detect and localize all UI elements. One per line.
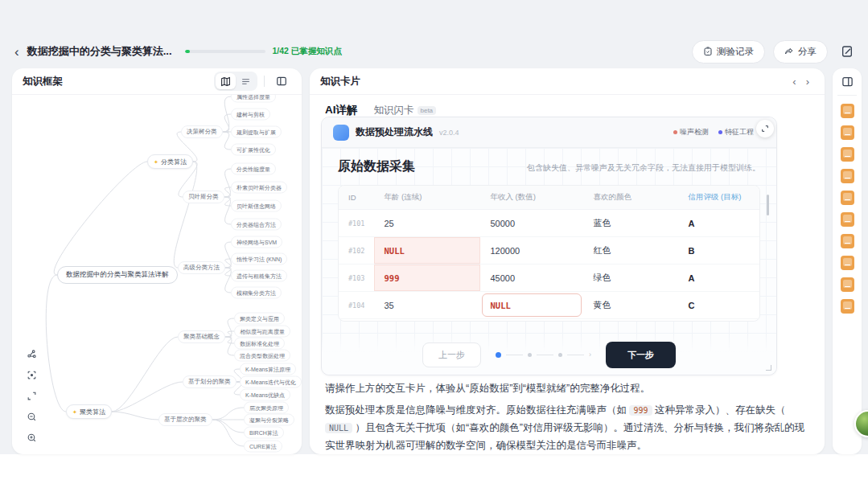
prev-card-button[interactable]: ‹ [788, 76, 800, 88]
mindmap-node-l21[interactable]: 凝聚与分裂策略 [244, 414, 294, 426]
share-button[interactable]: 分享 [773, 40, 828, 64]
note-doc-icon[interactable] [841, 234, 854, 248]
mindmap-node-p3[interactable]: 高级分类方法 [178, 261, 225, 274]
notebook-button[interactable] [841, 45, 854, 58]
expand-card-button[interactable] [756, 120, 774, 137]
tab-label: AI详解 [325, 103, 358, 117]
mindmap-node-l3[interactable]: 规则提取与扩展 [231, 126, 282, 138]
rail-toggle-button[interactable] [841, 76, 854, 88]
cell-value: 45000 [490, 273, 515, 283]
mindmap-node-p2[interactable]: 贝叶斯分类 [183, 191, 224, 203]
mindmap-node-l11[interactable]: 遗传与粗糙集方法 [231, 270, 287, 282]
note-doc-icon[interactable] [841, 125, 854, 140]
mindmap-node-l14[interactable]: 相似度与距离度量 [234, 326, 290, 338]
focus-button[interactable] [27, 370, 37, 380]
mindmap-node-l16[interactable]: 混合类型数据处理 [234, 350, 290, 362]
note-doc-icon[interactable] [841, 191, 854, 205]
note-doc-icon[interactable] [841, 299, 854, 314]
mindmap-node-l7[interactable]: 贝叶斯信念网络 [231, 200, 282, 212]
resize-handle[interactable] [766, 365, 771, 371]
table-cell: 25 [374, 210, 480, 237]
mindmap-node-p5[interactable]: 基于划分的聚类 [183, 375, 237, 388]
mindmap-node-g2[interactable]: ✦聚类算法 [66, 404, 112, 419]
mindmap-node-l6[interactable]: 朴素贝叶斯分类器 [231, 182, 287, 194]
mindmap-node-l19[interactable]: K-Means优缺点 [240, 389, 290, 401]
card-tabs: AI详解知识闪卡beta [310, 95, 825, 117]
mindmap-node-root[interactable]: 数据挖掘中的分类与聚类算法详解 [57, 266, 178, 284]
raw-data-table[interactable]: ID年龄 (连续)年收入 (数值)喜欢的颜色信用评级 (目标) #1012550… [338, 185, 760, 322]
mindmap-node-label: 高级分类方法 [183, 264, 220, 271]
pipeline-legend: 噪声检测特征工程 [673, 127, 765, 137]
mindmap-node-l22[interactable]: BIRCH算法 [244, 427, 284, 439]
mindmap-node-l8[interactable]: 分类器组合方法 [231, 219, 282, 231]
zoom-out-button[interactable] [27, 412, 37, 422]
mindmap-node-l12[interactable]: 模糊集分类方法 [231, 287, 282, 299]
table-row[interactable]: #1012550000蓝色A [339, 210, 759, 237]
step-arrow[interactable]: › [589, 351, 591, 359]
table-scrollbar[interactable] [767, 195, 769, 215]
cell-value: NULL [490, 301, 510, 310]
mindmap-node-l20[interactable]: 层次聚类原理 [244, 402, 289, 414]
outline-view-button[interactable] [236, 73, 256, 89]
framework-panel-header: 知识框架 [12, 68, 302, 95]
mindmap-node-label: 分类算法 [161, 158, 187, 166]
mindmap-node-l5[interactable]: 分类性能度量 [231, 163, 276, 175]
step-dot[interactable] [528, 353, 532, 357]
prev-step-button[interactable]: 上一步 [422, 342, 481, 367]
cell-value: C [688, 301, 694, 310]
mindmap-node-l9[interactable]: 神经网络与SVM [231, 236, 282, 248]
mindmap-node-label: 规则提取与扩展 [237, 129, 276, 134]
mindmap-node-label: 贝叶斯分类 [188, 193, 219, 200]
mindmap-node-l15[interactable]: 数据标准化处理 [234, 338, 285, 350]
mindmap-node-p4[interactable]: 聚类基础概念 [178, 330, 225, 343]
mindmap-node-l17[interactable]: K-Means算法原理 [240, 363, 296, 375]
mindmap-view-button[interactable] [216, 73, 236, 89]
step-dot[interactable] [496, 352, 501, 358]
row-id: #104 [339, 292, 374, 319]
mindmap-node-l2[interactable]: 建树与剪枝 [231, 109, 270, 121]
mindmap-node-l13[interactable]: 聚类定义与应用 [234, 313, 285, 325]
mindmap-node-label: 基于层次的聚类 [164, 416, 207, 423]
next-step-button[interactable]: 下一步 [606, 342, 676, 368]
legend-label: 噪声检测 [680, 127, 709, 137]
table-cell: 红色 [583, 237, 678, 265]
table-cell: 黄色 [583, 292, 678, 319]
note-doc-icon[interactable] [841, 212, 854, 227]
table-row[interactable]: #102NULL120000红色B [339, 237, 759, 265]
layout-button[interactable] [27, 349, 37, 359]
mindmap-node-p1[interactable]: 决策树分类 [181, 125, 223, 138]
mindmap-node-l18[interactable]: K-Means迭代与优化 [240, 376, 302, 388]
note-doc-icon[interactable] [841, 169, 854, 183]
next-card-button[interactable]: › [801, 76, 814, 88]
back-button[interactable]: ‹ [14, 45, 19, 59]
card-panel-title: 知识卡片 [320, 75, 360, 88]
note-doc-icon[interactable] [841, 104, 854, 118]
section-description: 包含缺失值、异常噪声及无关冗余字段，无法直接用于模型训练。 [527, 162, 760, 175]
note-doc-icon[interactable] [841, 277, 854, 292]
mindmap-node-g1[interactable]: ✦分类算法 [147, 154, 193, 169]
legend-dot [718, 130, 722, 134]
legend-dot [673, 130, 677, 134]
mindmap-node-label: 分类性能度量 [237, 166, 270, 171]
tab-1[interactable]: 知识闪卡beta [374, 104, 437, 117]
quiz-records-button[interactable]: 测验记录 [692, 40, 765, 64]
mindmap-node-l10[interactable]: 惰性学习法 (KNN) [231, 253, 287, 265]
table-row[interactable]: #10435NULL黄色C [339, 292, 759, 319]
zoom-in-button[interactable] [27, 433, 37, 443]
step-dot[interactable] [558, 353, 562, 357]
mindmap-node-label: 朴素贝叶斯分类器 [237, 184, 282, 190]
collapse-panel-button[interactable] [271, 73, 291, 89]
table-row[interactable]: #10399945000绿色A [339, 265, 759, 292]
mindmap-node-l4[interactable]: 可扩展性优化 [231, 144, 276, 156]
step-line [537, 355, 553, 355]
note-doc-icon[interactable] [841, 256, 854, 270]
fullscreen-button[interactable] [27, 391, 37, 401]
note-doc-icon[interactable] [841, 147, 854, 162]
table-row[interactable]: #1054285000紫色B [339, 319, 759, 322]
mindmap-node-p6[interactable]: 基于层次的聚类 [158, 413, 212, 426]
tab-0[interactable]: AI详解 [325, 103, 358, 117]
mindmap-node-l23[interactable]: CURE算法 [244, 441, 282, 453]
progress-fill [185, 50, 190, 53]
mindmap-node-l1[interactable]: 属性选择度量 [231, 95, 276, 103]
app-window: ‹ 数据挖掘中的分类与聚类算法... 1/42 已掌握知识点 测验记录 分享 知… [0, 0, 868, 488]
